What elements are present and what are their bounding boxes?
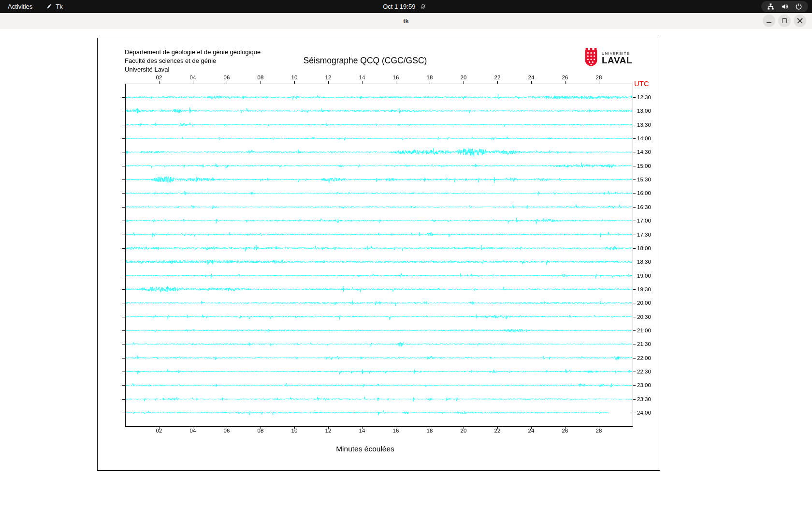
close-icon	[797, 18, 803, 24]
logo-laval-text: LAVAL	[602, 56, 632, 65]
x-tick-label: 24	[528, 75, 535, 80]
x-tick-label: 10	[291, 428, 298, 433]
seismograph-title: Séismographe QCQ (CGC/GSC)	[98, 56, 633, 66]
activities-button[interactable]: Activities	[8, 3, 32, 10]
x-axis-label: Minutes écoulées	[98, 445, 633, 453]
laval-shield-icon	[584, 48, 598, 68]
x-ticks-top: 0204060810121416182022242628	[98, 75, 660, 81]
x-tick-label: 26	[562, 75, 568, 80]
x-tick-label: 02	[156, 75, 162, 80]
x-tick-label: 06	[224, 428, 230, 433]
maximize-button[interactable]	[778, 15, 791, 27]
x-tick-label: 04	[190, 428, 196, 433]
window-body: Département de géologie et de génie géol…	[0, 29, 812, 508]
window-titlebar[interactable]: tk	[0, 13, 812, 30]
seismograph-canvas-frame: Département de géologie et de génie géol…	[97, 38, 660, 471]
clock-label: Oct 1 19:59	[383, 3, 415, 10]
x-tick-label: 28	[596, 75, 602, 80]
x-tick-label: 08	[258, 428, 264, 433]
close-button[interactable]	[794, 15, 806, 27]
network-icon	[767, 3, 774, 10]
x-tick-label: 06	[224, 75, 230, 80]
x-tick-label: 28	[596, 428, 602, 433]
app-indicator-label: Tk	[56, 3, 62, 10]
volume-icon	[781, 3, 788, 10]
system-tray[interactable]	[761, 1, 808, 12]
universite-laval-logo: UNIVERSITÉ LAVAL	[584, 48, 632, 68]
x-tick-label: 10	[291, 75, 298, 80]
x-tick-label: 24	[528, 428, 535, 433]
x-tick-label: 22	[494, 428, 501, 433]
x-tick-label: 08	[258, 75, 264, 80]
tk-feather-icon	[46, 3, 52, 10]
window-title: tk	[0, 13, 812, 29]
maximize-icon	[782, 18, 787, 23]
minimize-button[interactable]	[763, 15, 775, 27]
x-tick-label: 20	[461, 428, 467, 433]
x-tick-label: 02	[156, 428, 162, 433]
x-tick-label: 18	[427, 428, 433, 433]
x-tick-label: 14	[359, 428, 365, 433]
x-ticks-bottom: 0204060810121416182022242628	[98, 428, 660, 434]
x-tick-label: 18	[427, 75, 433, 80]
institution-line-3: Université Laval	[125, 65, 261, 74]
x-tick-label: 22	[494, 75, 501, 80]
minimize-icon	[767, 22, 771, 23]
x-tick-label: 12	[325, 75, 332, 80]
clock-button[interactable]: Oct 1 19:59	[383, 0, 426, 13]
x-tick-label: 12	[325, 428, 332, 433]
seismogram-traces-canvas	[98, 38, 660, 470]
power-icon	[795, 3, 802, 10]
top-bar: Activities Tk Oct 1 19:59	[0, 0, 812, 13]
x-tick-label: 16	[393, 428, 399, 433]
bell-muted-icon	[420, 3, 426, 10]
x-tick-label: 16	[393, 75, 399, 80]
x-tick-label: 04	[190, 75, 196, 80]
x-tick-label: 14	[359, 75, 365, 80]
x-tick-label: 26	[562, 428, 568, 433]
x-tick-label: 20	[461, 75, 467, 80]
app-indicator[interactable]: Tk	[46, 0, 62, 13]
desktop: { "topbar": { "activities_label": "Activ…	[0, 0, 812, 508]
